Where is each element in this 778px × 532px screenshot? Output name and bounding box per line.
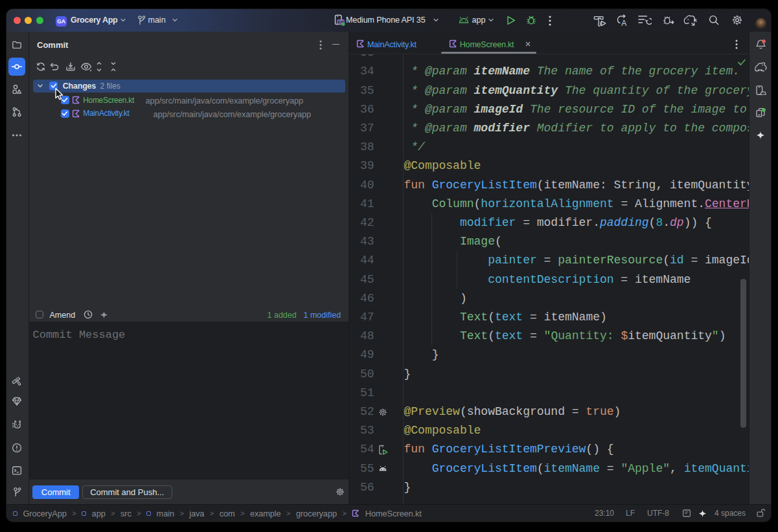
svg-text:A: A <box>621 19 626 27</box>
